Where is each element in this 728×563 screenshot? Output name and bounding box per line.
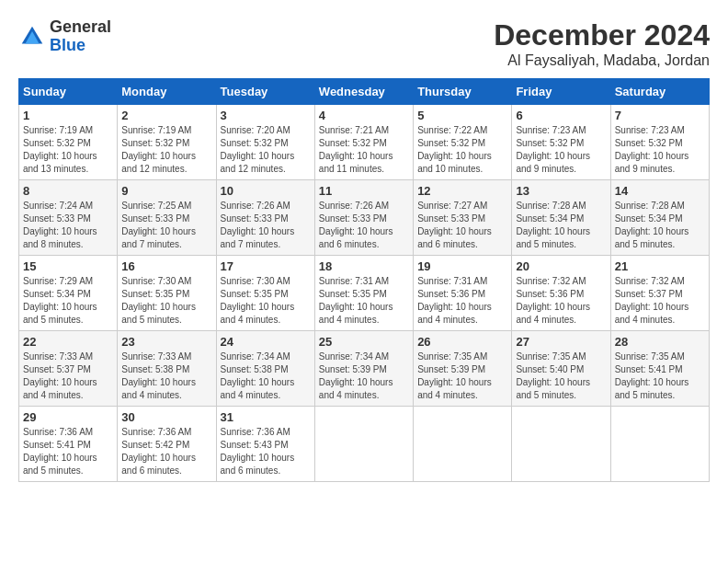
- day-number: 18: [319, 259, 409, 273]
- day-number: 9: [121, 184, 211, 198]
- day-info: Sunrise: 7:33 AM Sunset: 5:38 PM Dayligh…: [121, 350, 211, 402]
- day-info: Sunrise: 7:19 AM Sunset: 5:32 PM Dayligh…: [23, 124, 113, 176]
- calendar-cell: 7Sunrise: 7:23 AM Sunset: 5:32 PM Daylig…: [610, 105, 709, 180]
- page-header: General Blue December 2024 Al Faysaliyah…: [18, 18, 710, 69]
- calendar-cell: 1Sunrise: 7:19 AM Sunset: 5:32 PM Daylig…: [19, 105, 118, 180]
- day-number: 27: [516, 335, 606, 349]
- day-info: Sunrise: 7:32 AM Sunset: 5:36 PM Dayligh…: [516, 275, 606, 327]
- day-info: Sunrise: 7:33 AM Sunset: 5:37 PM Dayligh…: [23, 350, 113, 402]
- day-info: Sunrise: 7:23 AM Sunset: 5:32 PM Dayligh…: [615, 124, 705, 176]
- weekday-header: Thursday: [414, 79, 512, 105]
- day-info: Sunrise: 7:26 AM Sunset: 5:33 PM Dayligh…: [221, 200, 311, 251]
- month-title: December 2024: [494, 18, 710, 52]
- day-info: Sunrise: 7:32 AM Sunset: 5:37 PM Dayligh…: [615, 275, 705, 327]
- calendar-cell: 24Sunrise: 7:34 AM Sunset: 5:38 PM Dayli…: [216, 331, 314, 407]
- calendar-header-row: SundayMondayTuesdayWednesdayThursdayFrid…: [19, 79, 710, 105]
- calendar-cell: 23Sunrise: 7:33 AM Sunset: 5:38 PM Dayli…: [118, 331, 216, 407]
- calendar-cell: 3Sunrise: 7:20 AM Sunset: 5:32 PM Daylig…: [216, 105, 314, 180]
- day-info: Sunrise: 7:29 AM Sunset: 5:34 PM Dayligh…: [23, 275, 113, 327]
- calendar-week-row: 22Sunrise: 7:33 AM Sunset: 5:37 PM Dayli…: [19, 331, 710, 407]
- title-block: December 2024 Al Faysaliyah, Madaba, Jor…: [494, 18, 710, 69]
- day-info: Sunrise: 7:22 AM Sunset: 5:32 PM Dayligh…: [417, 124, 507, 176]
- calendar-cell: 10Sunrise: 7:26 AM Sunset: 5:33 PM Dayli…: [216, 180, 314, 256]
- weekday-header: Tuesday: [216, 79, 314, 105]
- day-number: 4: [319, 109, 409, 122]
- calendar-cell: [414, 407, 512, 482]
- calendar-cell: 31Sunrise: 7:36 AM Sunset: 5:43 PM Dayli…: [216, 407, 314, 482]
- day-number: 19: [417, 259, 507, 273]
- day-number: 15: [23, 259, 113, 273]
- calendar-cell: [610, 407, 709, 482]
- calendar-cell: 8Sunrise: 7:24 AM Sunset: 5:33 PM Daylig…: [19, 180, 118, 256]
- calendar-cell: 4Sunrise: 7:21 AM Sunset: 5:32 PM Daylig…: [314, 105, 413, 180]
- calendar-cell: 22Sunrise: 7:33 AM Sunset: 5:37 PM Dayli…: [19, 331, 118, 407]
- calendar-cell: 20Sunrise: 7:32 AM Sunset: 5:36 PM Dayli…: [512, 256, 610, 331]
- logo-icon: [18, 23, 46, 51]
- day-number: 17: [221, 259, 311, 273]
- calendar-table: SundayMondayTuesdayWednesdayThursdayFrid…: [18, 78, 710, 482]
- calendar-cell: [512, 407, 610, 482]
- day-info: Sunrise: 7:35 AM Sunset: 5:39 PM Dayligh…: [417, 350, 507, 402]
- day-number: 31: [221, 410, 311, 424]
- logo-text: General Blue: [50, 18, 111, 55]
- day-info: Sunrise: 7:28 AM Sunset: 5:34 PM Dayligh…: [615, 200, 705, 251]
- calendar-cell: 2Sunrise: 7:19 AM Sunset: 5:32 PM Daylig…: [118, 105, 216, 180]
- day-number: 16: [121, 259, 211, 273]
- calendar-cell: 16Sunrise: 7:30 AM Sunset: 5:35 PM Dayli…: [118, 256, 216, 331]
- day-number: 13: [516, 184, 606, 198]
- day-info: Sunrise: 7:31 AM Sunset: 5:35 PM Dayligh…: [319, 275, 409, 327]
- day-number: 14: [615, 184, 705, 198]
- day-info: Sunrise: 7:30 AM Sunset: 5:35 PM Dayligh…: [221, 275, 311, 327]
- day-number: 24: [221, 335, 311, 349]
- day-number: 30: [121, 410, 211, 424]
- day-info: Sunrise: 7:35 AM Sunset: 5:40 PM Dayligh…: [516, 350, 606, 402]
- logo-blue: Blue: [50, 37, 111, 55]
- day-number: 26: [417, 335, 507, 349]
- calendar-cell: [314, 407, 413, 482]
- day-info: Sunrise: 7:34 AM Sunset: 5:38 PM Dayligh…: [221, 350, 311, 402]
- calendar-cell: 26Sunrise: 7:35 AM Sunset: 5:39 PM Dayli…: [414, 331, 512, 407]
- calendar-cell: 9Sunrise: 7:25 AM Sunset: 5:33 PM Daylig…: [118, 180, 216, 256]
- calendar-cell: 15Sunrise: 7:29 AM Sunset: 5:34 PM Dayli…: [19, 256, 118, 331]
- logo: General Blue: [18, 18, 111, 55]
- day-info: Sunrise: 7:36 AM Sunset: 5:43 PM Dayligh…: [221, 426, 311, 477]
- location-title: Al Faysaliyah, Madaba, Jordan: [494, 52, 710, 69]
- day-info: Sunrise: 7:36 AM Sunset: 5:42 PM Dayligh…: [121, 426, 211, 477]
- day-number: 8: [23, 184, 113, 198]
- weekday-header: Wednesday: [314, 79, 413, 105]
- day-info: Sunrise: 7:23 AM Sunset: 5:32 PM Dayligh…: [516, 124, 606, 176]
- day-number: 2: [121, 109, 211, 122]
- day-info: Sunrise: 7:28 AM Sunset: 5:34 PM Dayligh…: [516, 200, 606, 251]
- day-info: Sunrise: 7:25 AM Sunset: 5:33 PM Dayligh…: [121, 200, 211, 251]
- calendar-cell: 13Sunrise: 7:28 AM Sunset: 5:34 PM Dayli…: [512, 180, 610, 256]
- day-number: 6: [516, 109, 606, 122]
- calendar-cell: 29Sunrise: 7:36 AM Sunset: 5:41 PM Dayli…: [19, 407, 118, 482]
- day-number: 12: [417, 184, 507, 198]
- calendar-cell: 18Sunrise: 7:31 AM Sunset: 5:35 PM Dayli…: [314, 256, 413, 331]
- weekday-header: Sunday: [19, 79, 118, 105]
- day-info: Sunrise: 7:27 AM Sunset: 5:33 PM Dayligh…: [417, 200, 507, 251]
- day-info: Sunrise: 7:21 AM Sunset: 5:32 PM Dayligh…: [319, 124, 409, 176]
- calendar-cell: 25Sunrise: 7:34 AM Sunset: 5:39 PM Dayli…: [314, 331, 413, 407]
- day-info: Sunrise: 7:36 AM Sunset: 5:41 PM Dayligh…: [23, 426, 113, 477]
- day-number: 20: [516, 259, 606, 273]
- calendar-cell: 28Sunrise: 7:35 AM Sunset: 5:41 PM Dayli…: [610, 331, 709, 407]
- calendar-week-row: 1Sunrise: 7:19 AM Sunset: 5:32 PM Daylig…: [19, 105, 710, 180]
- day-info: Sunrise: 7:31 AM Sunset: 5:36 PM Dayligh…: [417, 275, 507, 327]
- day-number: 10: [221, 184, 311, 198]
- calendar-cell: 11Sunrise: 7:26 AM Sunset: 5:33 PM Dayli…: [314, 180, 413, 256]
- day-number: 23: [121, 335, 211, 349]
- day-number: 1: [23, 109, 113, 122]
- weekday-header: Friday: [512, 79, 610, 105]
- day-info: Sunrise: 7:35 AM Sunset: 5:41 PM Dayligh…: [615, 350, 705, 402]
- day-info: Sunrise: 7:20 AM Sunset: 5:32 PM Dayligh…: [221, 124, 311, 176]
- calendar-cell: 6Sunrise: 7:23 AM Sunset: 5:32 PM Daylig…: [512, 105, 610, 180]
- calendar-week-row: 15Sunrise: 7:29 AM Sunset: 5:34 PM Dayli…: [19, 256, 710, 331]
- calendar-cell: 19Sunrise: 7:31 AM Sunset: 5:36 PM Dayli…: [414, 256, 512, 331]
- weekday-header: Monday: [118, 79, 216, 105]
- calendar-cell: 17Sunrise: 7:30 AM Sunset: 5:35 PM Dayli…: [216, 256, 314, 331]
- day-number: 11: [319, 184, 409, 198]
- day-number: 25: [319, 335, 409, 349]
- calendar-cell: 5Sunrise: 7:22 AM Sunset: 5:32 PM Daylig…: [414, 105, 512, 180]
- weekday-header: Saturday: [610, 79, 709, 105]
